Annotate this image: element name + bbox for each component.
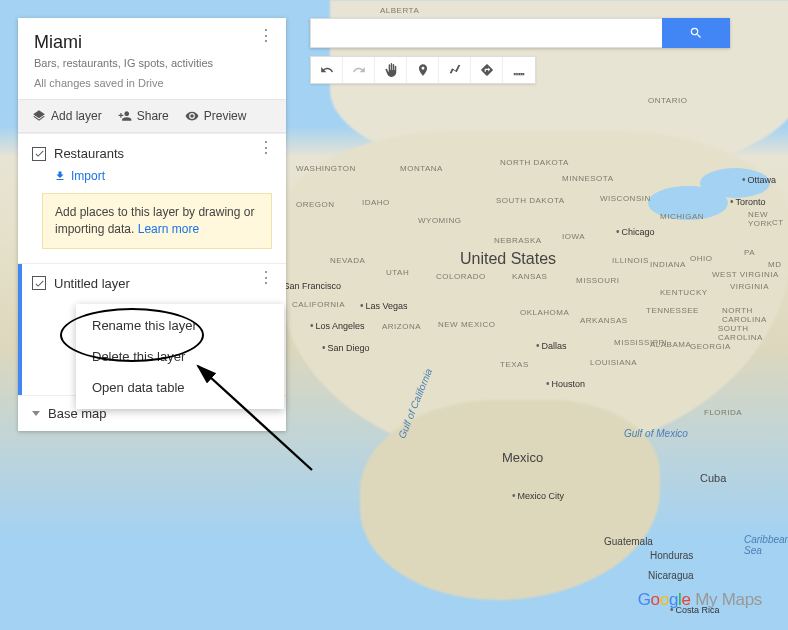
search-bar: [310, 18, 730, 48]
undo-icon: [320, 63, 334, 77]
active-layer-indicator: [18, 264, 22, 395]
search-icon: [689, 26, 703, 40]
state-label: MONTANA: [400, 164, 443, 173]
state-label: NEVADA: [330, 256, 365, 265]
city-label: Chicago: [616, 226, 655, 237]
map-description: Bars, restaurants, IG spots, activities: [34, 57, 270, 69]
import-link[interactable]: Import: [54, 169, 272, 183]
state-label: NEW MEXICO: [438, 320, 495, 329]
water-label: Caribbean Sea: [744, 534, 788, 556]
redo-button[interactable]: [343, 57, 375, 83]
layer-hint: Add places to this layer by drawing or i…: [42, 193, 272, 249]
city-label: Dallas: [536, 340, 567, 351]
state-label: ARKANSAS: [580, 316, 628, 325]
state-label: ILLINOIS: [612, 256, 649, 265]
open-data-table-item[interactable]: Open data table: [76, 372, 284, 403]
draw-line-tool[interactable]: [439, 57, 471, 83]
city-label: Toronto: [730, 196, 766, 207]
layer-card: Restaurants ⋮ Import Add places to this …: [18, 133, 286, 263]
city-label: Houston: [546, 378, 585, 389]
checkmark-icon: [34, 148, 45, 159]
search-button[interactable]: [662, 18, 730, 48]
map-options-button[interactable]: ⋮: [258, 34, 274, 38]
state-label: MD: [768, 260, 781, 269]
country-label: Cuba: [700, 472, 726, 484]
preview-label: Preview: [204, 109, 247, 123]
city-label: San Francisco: [278, 280, 341, 291]
eye-icon: [185, 109, 199, 123]
chevron-down-icon: [32, 411, 40, 416]
add-layer-label: Add layer: [51, 109, 102, 123]
layer-visibility-checkbox[interactable]: [32, 147, 46, 161]
pan-tool[interactable]: [375, 57, 407, 83]
map-toolbar: [310, 56, 536, 84]
state-label: MICHIGAN: [660, 212, 704, 221]
layers-icon: [32, 109, 46, 123]
state-label: KENTUCKY: [660, 288, 708, 297]
state-label: OHIO: [690, 254, 712, 263]
measure-tool[interactable]: [503, 57, 535, 83]
share-label: Share: [137, 109, 169, 123]
state-label: NORTH DAKOTA: [500, 158, 569, 167]
preview-button[interactable]: Preview: [185, 109, 247, 123]
polyline-icon: [448, 63, 462, 77]
city-label: Las Vegas: [360, 300, 408, 311]
state-label: FLORIDA: [704, 408, 742, 417]
state-label: LOUISIANA: [590, 358, 637, 367]
state-label: TENNESSEE: [646, 306, 699, 315]
learn-more-link[interactable]: Learn more: [138, 222, 199, 236]
country-label: Honduras: [650, 550, 693, 561]
layer-visibility-checkbox[interactable]: [32, 276, 46, 290]
state-label: NEBRASKA: [494, 236, 542, 245]
state-label: WISCONSIN: [600, 194, 651, 203]
map-title[interactable]: Miami: [34, 32, 270, 53]
city-label: Mexico City: [512, 490, 564, 501]
state-label: MINNESOTA: [562, 174, 613, 183]
import-label: Import: [71, 169, 105, 183]
panel-action-bar: Add layer Share Preview: [18, 99, 286, 133]
state-label: WEST VIRGINIA: [712, 270, 779, 279]
add-marker-tool[interactable]: [407, 57, 439, 83]
rename-layer-item[interactable]: Rename this layer: [76, 310, 284, 341]
undo-button[interactable]: [311, 57, 343, 83]
state-label: COLORADO: [436, 272, 486, 281]
layer-name[interactable]: Untitled layer: [54, 276, 130, 291]
state-label: INDIANA: [650, 260, 686, 269]
country-label: Guatemala: [604, 536, 653, 547]
state-label: SOUTH CAROLINA: [718, 324, 788, 342]
state-label: ALBERTA: [380, 6, 419, 15]
state-label: VIRGINIA: [730, 282, 769, 291]
state-label: ALABAMA: [650, 340, 691, 349]
add-layer-button[interactable]: Add layer: [32, 109, 102, 123]
state-label: ONTARIO: [648, 96, 687, 105]
import-icon: [54, 170, 66, 182]
state-label: GEORGIA: [690, 342, 731, 351]
layer-context-menu: Rename this layer Delete this layer Open…: [76, 304, 284, 409]
state-label: CT: [772, 218, 784, 227]
state-label: MISSOURI: [576, 276, 620, 285]
search-input[interactable]: [310, 18, 662, 48]
state-label: NORTH CAROLINA: [722, 306, 788, 324]
country-label: United States: [460, 250, 556, 268]
state-label: PA: [744, 248, 755, 257]
directions-tool[interactable]: [471, 57, 503, 83]
state-label: ARIZONA: [382, 322, 421, 331]
layer-name[interactable]: Restaurants: [54, 146, 124, 161]
state-label: WASHINGTON: [296, 164, 356, 173]
country-label: Mexico: [502, 450, 543, 465]
redo-icon: [352, 63, 366, 77]
state-label: CALIFORNIA: [292, 300, 345, 309]
marker-icon: [416, 63, 430, 77]
state-label: OREGON: [296, 200, 335, 209]
delete-layer-item[interactable]: Delete this layer: [76, 341, 284, 372]
save-status: All changes saved in Drive: [34, 77, 270, 89]
hand-icon: [384, 63, 398, 77]
person-add-icon: [118, 109, 132, 123]
water-label: Gulf of Mexico: [624, 428, 688, 439]
share-button[interactable]: Share: [118, 109, 169, 123]
layer-options-button[interactable]: ⋮: [258, 146, 274, 150]
layer-options-button[interactable]: ⋮: [258, 276, 274, 280]
state-label: UTAH: [386, 268, 409, 277]
state-label: KANSAS: [512, 272, 547, 281]
state-label: WYOMING: [418, 216, 462, 225]
